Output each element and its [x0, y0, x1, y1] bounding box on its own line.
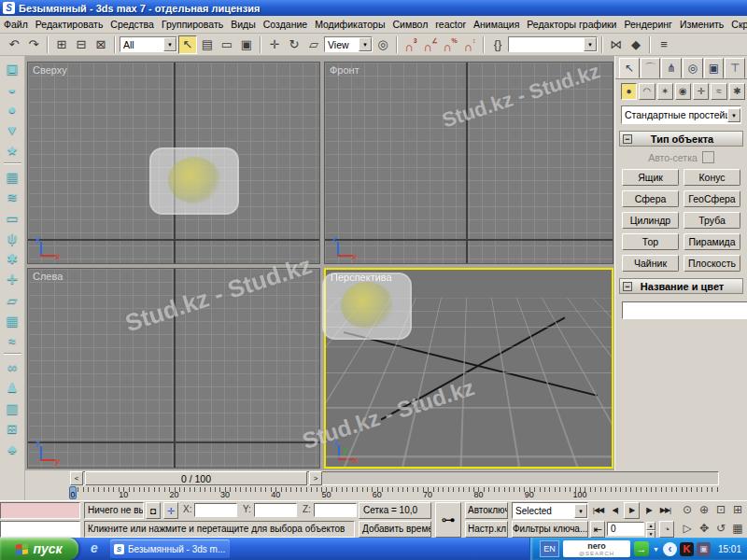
select-object-icon[interactable]: ↖	[178, 35, 197, 54]
collapse-icon[interactable]: −	[623, 134, 632, 144]
menu-item[interactable]: Изменить	[676, 19, 727, 30]
redo-icon[interactable]: ↷	[24, 35, 43, 54]
star-icon[interactable]: ★	[2, 140, 23, 161]
object-type-button[interactable]: Сфера	[622, 190, 679, 207]
selection-region-icon[interactable]: ▭	[218, 35, 236, 54]
next-frame-button[interactable]: |▶	[641, 502, 656, 519]
viewport-front[interactable]: Фронт z x	[324, 62, 613, 264]
object-type-rollout-header[interactable]: − Тип объекта	[619, 131, 743, 147]
menu-item[interactable]: Виды	[227, 19, 260, 30]
dropdown-arrow-icon[interactable]: ▼	[359, 37, 372, 51]
branch-icon[interactable]: ψ	[2, 228, 23, 248]
mirror-icon[interactable]: ⋈	[607, 35, 626, 54]
category-geometry[interactable]: ●	[621, 83, 637, 100]
play-button[interactable]: ▶	[624, 502, 640, 519]
category-space-warps[interactable]: ≈	[711, 83, 726, 100]
object-type-button[interactable]: Цилиндр	[622, 212, 679, 229]
arc-rotate-icon[interactable]: ↺	[713, 521, 728, 536]
menu-item[interactable]: Редактировать	[32, 19, 107, 30]
go-to-end-button[interactable]: ▶▶|	[657, 502, 673, 519]
selection-set-dropdown[interactable]: Selected ▼	[512, 502, 588, 519]
biped-icon[interactable]: ♟	[2, 377, 23, 398]
unlink-selection-icon[interactable]: ⊟	[72, 35, 91, 54]
pan-icon[interactable]: ✥	[697, 521, 712, 536]
menu-item[interactable]: Анимация	[470, 19, 523, 30]
window-crossing-icon[interactable]: ▣	[237, 35, 256, 54]
patch-grid-icon[interactable]: ▤	[2, 166, 23, 187]
align-icon[interactable]: ◆	[627, 35, 645, 54]
key-mode-toggle-icon[interactable]: ⇤	[590, 521, 605, 538]
boxes-icon[interactable]: ▣	[2, 58, 23, 78]
min-max-toggle-icon[interactable]: ▦	[730, 521, 745, 536]
time-slider-prev-arrow[interactable]: <	[70, 471, 83, 485]
time-configuration-icon[interactable]: ◔	[659, 521, 674, 538]
language-indicator[interactable]: EN	[540, 540, 559, 557]
viewport-top[interactable]: Сверху y x	[27, 62, 320, 264]
tab-modify[interactable]: ⌒	[641, 58, 661, 78]
menu-item[interactable]: Символ	[388, 19, 431, 30]
torus-knot-icon[interactable]: ∞	[2, 357, 23, 377]
waves-icon[interactable]: ≈	[2, 330, 23, 351]
collapse-icon[interactable]: −	[623, 282, 632, 291]
percent-snap-icon[interactable]: ∩%	[441, 35, 459, 54]
menu-item[interactable]: Группировать	[158, 19, 227, 30]
category-shapes[interactable]: ◠	[639, 83, 655, 100]
spring-icon[interactable]: ≋	[2, 187, 23, 207]
capsule-icon[interactable]: ▭	[2, 207, 23, 228]
object-type-button[interactable]: Плоскость	[684, 255, 740, 272]
select-by-name-icon[interactable]: ▤	[198, 35, 217, 54]
teapot-icon[interactable]: ◒	[2, 78, 23, 99]
tab-hierarchy[interactable]: ⋔	[661, 58, 682, 78]
y-coordinate-field[interactable]	[254, 503, 297, 517]
named-selection-dropdown[interactable]: ▼	[508, 36, 598, 52]
add-time-tag-button[interactable]: Добавить времени	[359, 521, 431, 538]
object-type-button[interactable]: Труба	[684, 212, 740, 229]
menu-item[interactable]: Рендеринг	[620, 19, 675, 30]
tab-display[interactable]: ▣	[704, 58, 725, 78]
spinner-snap-icon[interactable]: ∩↕	[460, 35, 479, 54]
start-button[interactable]: пуск	[0, 538, 78, 560]
reference-coordinate-dropdown[interactable]: View▼	[324, 36, 373, 52]
zoom-all-icon[interactable]: ⊕	[697, 502, 712, 517]
angle-snap-icon[interactable]: ∩∠	[421, 35, 440, 54]
viewport-perspective[interactable]: Перспектива z x y	[324, 268, 613, 469]
time-slider-next-arrow[interactable]: >	[309, 471, 322, 485]
menu-item[interactable]: Создание	[260, 19, 311, 30]
car-icon[interactable]: ▱	[2, 289, 23, 310]
category-lights[interactable]: ✶	[657, 83, 673, 100]
tab-utilities[interactable]: ⊤	[725, 58, 745, 78]
select-and-rotate-icon[interactable]: ↻	[285, 35, 303, 54]
spinner-up-icon[interactable]: ▲	[646, 522, 655, 530]
antivirus-icon[interactable]: K	[680, 542, 694, 556]
x-coordinate-field[interactable]	[194, 503, 237, 517]
tab-motion[interactable]: ◎	[683, 58, 703, 78]
wall-icon[interactable]: ▥	[2, 398, 23, 418]
menu-item[interactable]: Редакторы графики	[523, 19, 620, 30]
dropdown-arrow-icon[interactable]: ▼	[574, 504, 587, 518]
go-to-start-button[interactable]: |◀◀	[590, 502, 606, 519]
zoom-icon[interactable]: ⊙	[680, 502, 695, 517]
snap-toggle-3d-icon[interactable]: ∩3	[402, 35, 420, 54]
undo-icon[interactable]: ↶	[5, 35, 23, 54]
menu-item[interactable]: reactor	[431, 19, 470, 30]
zoom-extents-all-icon[interactable]: ⊞	[730, 502, 745, 517]
named-selection-sets-icon[interactable]: {}	[488, 35, 507, 54]
set-key-settings-button[interactable]: Настр.кл	[465, 521, 508, 538]
object-type-button[interactable]: Конус	[684, 169, 740, 186]
gear-icon[interactable]: ✱	[2, 248, 23, 269]
menu-item[interactable]: Файл	[0, 19, 32, 30]
zoom-extents-icon[interactable]: ⊡	[713, 502, 728, 517]
current-frame-field[interactable]	[607, 522, 644, 536]
object-type-button[interactable]: Тор	[622, 233, 679, 250]
frame-spinner[interactable]: ▲ ▼	[646, 522, 655, 536]
object-type-button[interactable]: Пирамида	[684, 233, 740, 250]
previous-frame-button[interactable]: ◀|	[607, 502, 623, 519]
name-color-rollout-header[interactable]: − Название и цвет	[619, 278, 743, 294]
selection-filter-dropdown[interactable]: All▼	[120, 36, 177, 52]
stairs-icon[interactable]: ▦	[2, 310, 23, 330]
object-type-button[interactable]: ГеоСфера	[684, 190, 740, 207]
tree-icon[interactable]: ♣	[2, 439, 23, 459]
category-systems[interactable]: ✱	[729, 83, 745, 100]
menu-item[interactable]: Скрипт MAX	[727, 19, 747, 30]
internet-explorer-icon[interactable]: e	[86, 540, 103, 557]
